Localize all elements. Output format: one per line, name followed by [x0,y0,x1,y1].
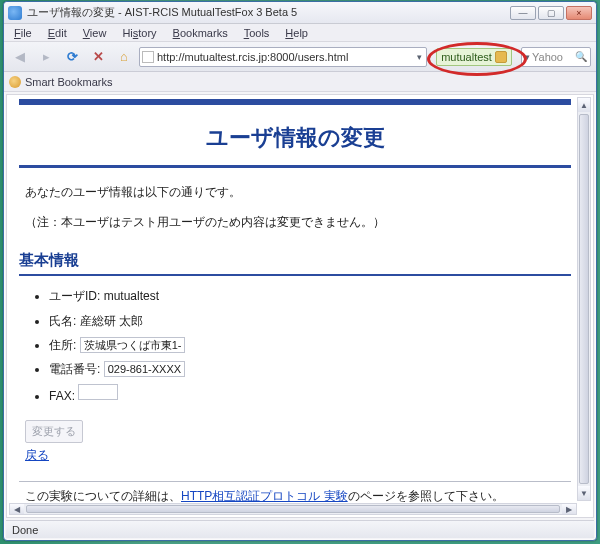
address-input[interactable]: 茨城県つくば市東1- [80,337,186,353]
stop-button[interactable]: ✕ [87,46,109,68]
content-viewport: ユーザ情報の変更 あなたのユーザ情報は以下の通りです。 （注：本ユーザはテスト用… [6,94,594,518]
name-label: 氏名: [49,314,76,328]
menu-bookmarks-label: ookmarks [180,27,228,39]
menu-edit-label: dit [55,27,67,39]
userid-value: mutualtest [104,289,159,303]
menu-help-label: elp [293,27,308,39]
top-rule [19,99,571,105]
mutual-auth-label: mutualtest [441,51,492,63]
search-box[interactable]: ▾ Yahoo 🔍 [521,47,591,67]
menu-history-label: tory [138,27,156,39]
scroll-left-arrow[interactable]: ◀ [10,504,24,514]
status-text: Done [12,524,38,536]
maximize-button[interactable]: ▢ [538,6,564,20]
menu-file-label: ile [21,27,32,39]
home-button[interactable]: ⌂ [113,46,135,68]
field-fax: FAX: [49,384,571,406]
back-link[interactable]: 戻る [25,448,49,462]
close-button[interactable]: × [566,6,592,20]
menu-view[interactable]: View [77,26,113,40]
menu-edit[interactable]: Edit [42,26,73,40]
detail-sentence: この実験についての詳細は、HTTP相互認証プロトコル 実験のページを参照して下さ… [25,486,565,503]
scroll-down-arrow[interactable]: ▼ [578,486,590,500]
status-bar: Done [6,520,594,538]
footer-divider [19,481,571,482]
field-phone: 電話番号: 029-861-XXXX [49,359,571,379]
vertical-scrollbar[interactable]: ▲ ▼ [577,97,591,501]
intro-text: あなたのユーザ情報は以下の通りです。 [25,182,565,202]
scroll-up-arrow[interactable]: ▲ [578,98,590,112]
vertical-scroll-thumb[interactable] [579,114,589,484]
mutual-auth-indicator[interactable]: mutualtest [436,48,512,66]
submit-button: 変更する [25,420,83,443]
minimize-button[interactable]: — [510,6,536,20]
detail-link[interactable]: HTTP相互認証プロトコル 実験 [181,489,348,503]
field-name: 氏名: 産総研 太郎 [49,311,571,331]
url-bar[interactable]: http://mutualtest.rcis.jp:8000/users.htm… [139,47,427,67]
smart-bookmarks-item[interactable]: Smart Bookmarks [25,76,112,88]
menu-help[interactable]: Help [279,26,314,40]
titlebar: ユーザ情報の変更 - AIST-RCIS MutualTestFox 3 Bet… [4,2,596,24]
annotation-circle: mutualtest [431,46,517,68]
userid-label: ユーザID: [49,289,100,303]
window-title: ユーザ情報の変更 - AIST-RCIS MutualTestFox 3 Bet… [27,5,510,20]
bookmarks-toolbar: Smart Bookmarks [4,72,596,92]
address-label: 住所: [49,338,76,352]
fax-label: FAX: [49,389,75,403]
menu-tools[interactable]: Tools [238,26,276,40]
lock-state-icon [495,51,507,63]
field-address: 住所: 茨城県つくば市東1- [49,335,571,355]
menubar: File Edit View History Bookmarks Tools H… [4,24,596,42]
section-basic-info: 基本情報 [19,243,571,277]
horizontal-scroll-thumb[interactable] [26,505,560,513]
url-input[interactable]: http://mutualtest.rcis.jp:8000/users.htm… [157,51,412,63]
smart-bookmarks-icon [9,76,21,88]
navigation-toolbar: ◀ ▸ ⟳ ✕ ⌂ http://mutualtest.rcis.jp:8000… [4,42,596,72]
page-heading: ユーザ情報の変更 [19,109,571,163]
detail-prefix: この実験についての詳細は、 [25,489,181,503]
search-placeholder: Yahoo [532,51,573,63]
app-icon [8,6,22,20]
detail-suffix: のページを参照して下さい。 [348,489,504,503]
menu-view-label: iew [90,27,107,39]
url-history-dropdown[interactable]: ▾ [415,52,424,62]
name-value: 産総研 太郎 [80,314,143,328]
page-content: ユーザ情報の変更 あなたのユーザ情報は以下の通りです。 （注：本ユーザはテスト用… [15,95,575,503]
note-text: （注：本ユーザはテスト用ユーザのため内容は変更できません。） [25,212,565,232]
menu-history[interactable]: History [116,26,162,40]
phone-label: 電話番号: [49,362,100,376]
menu-bookmarks[interactable]: Bookmarks [167,26,234,40]
browser-window: ユーザ情報の変更 - AIST-RCIS MutualTestFox 3 Bet… [3,1,597,541]
page-identity-icon[interactable] [142,51,154,63]
field-userid: ユーザID: mutualtest [49,286,571,306]
phone-input[interactable]: 029-861-XXXX [104,361,185,377]
info-list: ユーザID: mutualtest 氏名: 産総研 太郎 住所: 茨城県つくば市… [49,286,571,406]
heading-underline [19,165,571,168]
reload-button[interactable]: ⟳ [61,46,83,68]
menu-tools-label: ools [249,27,269,39]
back-button[interactable]: ◀ [9,46,31,68]
menu-file[interactable]: File [8,26,38,40]
scroll-right-arrow[interactable]: ▶ [562,504,576,514]
forward-button[interactable]: ▸ [35,46,57,68]
fax-input[interactable] [78,384,118,400]
horizontal-scrollbar[interactable]: ◀ ▶ [9,503,577,515]
search-icon[interactable]: 🔍 [575,51,587,62]
